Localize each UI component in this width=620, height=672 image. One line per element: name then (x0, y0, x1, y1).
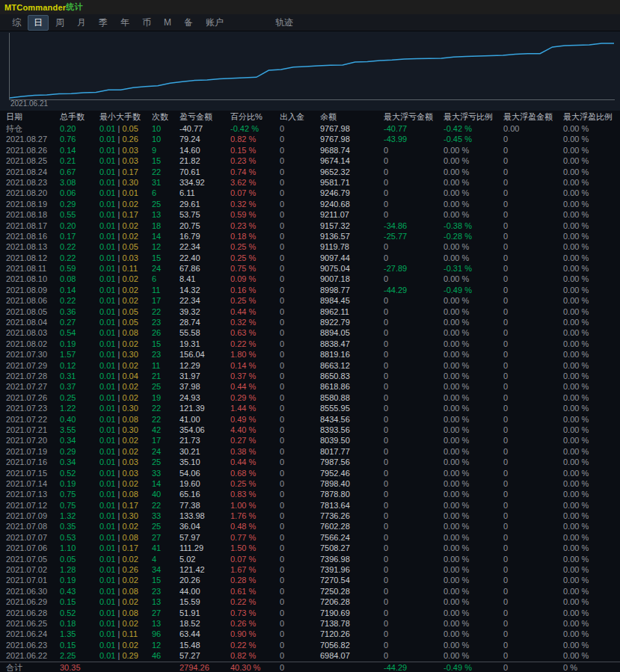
tab-币[interactable]: 币 (136, 15, 157, 31)
table-row[interactable]: 2021.07.231.220.01 | 0.3022121.391.44 %0… (0, 403, 620, 413)
cell-pnl-pct: 3.62 % (230, 177, 280, 188)
table-row[interactable]: 2021.08.233.080.01 | 0.3031334.923.62 %0… (0, 177, 620, 188)
cell-max-float-profit: 0 (503, 425, 563, 435)
cell-count: 23 (152, 586, 179, 597)
cell-max-float-loss: 0 (384, 199, 443, 209)
cell-max-float-profit-pct: 0.00 % (563, 554, 620, 564)
table-row[interactable]: 2021.06.280.520.01 | 0.082751.910.73 %07… (0, 608, 620, 618)
cell-date: 2021.07.12 (6, 500, 60, 511)
table-row[interactable]: 2021.08.090.140.01 | 0.021114.320.16 %08… (0, 285, 620, 295)
table-row[interactable]: 2021.08.200.060.01 | 0.0166.110.07 %0924… (0, 188, 620, 198)
cell-deposit-withdrawal: 0 (280, 500, 320, 511)
tab-账户[interactable]: 账户 (200, 15, 230, 31)
table-row[interactable]: 2021.07.061.100.01 | 0.1741111.291.50 %0… (0, 543, 620, 553)
equity-chart[interactable]: 2021.06.21 (0, 31, 620, 111)
cell-count: 96 (152, 629, 179, 639)
table-row[interactable]: 2021.08.250.210.01 | 0.031521.820.23 %09… (0, 155, 620, 166)
table-row[interactable]: 2021.08.020.190.01 | 0.021519.310.22 %08… (0, 339, 620, 349)
cell-total-lots: 0.22 (60, 253, 99, 263)
cell-total-lots: 0.19 (60, 575, 99, 585)
table-row[interactable]: 2021.07.260.250.01 | 0.021924.930.29 %08… (0, 392, 620, 403)
cell-balance: 9136.57 (320, 231, 384, 241)
cell-max-float-loss-pct: 0.00 % (443, 360, 503, 371)
table-row[interactable]: 2021.08.120.220.01 | 0.031522.400.25 %09… (0, 253, 620, 263)
tab-月[interactable]: 月 (71, 15, 92, 31)
table-row[interactable]: 2021.07.160.340.01 | 0.032535.100.44 %07… (0, 457, 620, 467)
equity-chart-canvas[interactable] (9, 33, 615, 100)
cell-count: 15 (152, 575, 179, 585)
cell-count: 25 (152, 199, 179, 209)
table-row[interactable]: 2021.06.241.350.01 | 0.119663.440.90 %07… (0, 629, 620, 639)
table-row[interactable]: 2021.07.290.120.01 | 0.021112.290.14 %08… (0, 360, 620, 371)
cell-pnl-amount: 31.97 (179, 371, 230, 381)
table-row[interactable]: 2021.06.300.430.01 | 0.082344.000.61 %07… (0, 586, 620, 597)
table-row[interactable]: 2021.08.240.670.01 | 0.172270.610.74 %09… (0, 167, 620, 177)
tab-季[interactable]: 季 (93, 15, 114, 31)
table-row[interactable]: 2021.07.080.350.01 | 0.022536.040.48 %07… (0, 521, 620, 531)
table-row[interactable]: 2021.07.150.520.01 | 0.033354.060.68 %07… (0, 468, 620, 478)
cell-total-lots: 0.27 (60, 317, 99, 327)
tab-trajectory[interactable]: 轨迹 (269, 15, 299, 31)
cell-max-float-profit-pct: 0.00 % (563, 155, 620, 166)
table-row[interactable]: 2021.07.070.530.01 | 0.082757.970.77 %07… (0, 532, 620, 543)
table-row[interactable]: 持仓0.200.01 | 0.0510-40.77-0.42 %09767.98… (0, 123, 620, 134)
table-row[interactable]: 2021.08.060.220.01 | 0.021722.340.25 %08… (0, 295, 620, 306)
table-row[interactable]: 2021.07.120.750.01 | 0.172277.381.00 %07… (0, 500, 620, 511)
cell-pnl-pct: 4.40 % (230, 425, 280, 435)
cell-count: 4 (152, 554, 179, 564)
table-row[interactable]: 2021.06.230.150.01 | 0.021215.480.22 %07… (0, 640, 620, 650)
table-row[interactable]: 2021.07.091.320.01 | 0.3033133.981.76 %0… (0, 511, 620, 521)
tab-年[interactable]: 年 (114, 15, 135, 31)
table-row[interactable]: 2021.07.050.050.01 | 0.0245.020.07 %0739… (0, 554, 620, 564)
cell-max-float-loss: 0 (384, 349, 443, 360)
table-row[interactable]: 2021.08.130.220.01 | 0.051222.340.25 %09… (0, 241, 620, 252)
table-row[interactable]: 2021.07.130.750.01 | 0.084065.160.83 %07… (0, 489, 620, 499)
table-row[interactable]: 2021.06.250.180.01 | 0.021318.520.26 %07… (0, 618, 620, 629)
cell-max-float-loss: 0 (384, 586, 443, 597)
table-row[interactable]: 2021.07.213.550.01 | 0.3042354.064.40 %0… (0, 425, 620, 435)
table-row[interactable]: 2021.08.180.550.01 | 0.171353.750.59 %09… (0, 209, 620, 220)
cell-max-float-loss-pct: 0.00 % (443, 618, 503, 629)
cell-pnl-pct: 0.14 % (230, 360, 280, 371)
cell-count: 15 (152, 155, 179, 166)
table-row[interactable]: 2021.08.260.140.01 | 0.03914.600.15 %096… (0, 145, 620, 155)
tab-备[interactable]: 备 (178, 15, 199, 31)
cell-max-float-profit-pct: 0.00 % (563, 285, 620, 295)
cell-min-max-lots: 0.01 | 0.05 (99, 317, 152, 327)
cell-total-lots: 1.35 (60, 629, 99, 639)
cell-date: 2021.08.06 (6, 295, 60, 306)
table-row[interactable]: 2021.07.270.370.01 | 0.022537.980.44 %08… (0, 381, 620, 392)
table-row[interactable]: 2021.08.190.290.01 | 0.022529.610.32 %09… (0, 199, 620, 209)
table-row[interactable]: 2021.07.190.290.01 | 0.022430.210.38 %08… (0, 446, 620, 457)
table-row[interactable]: 2021.07.280.310.01 | 0.042131.970.37 %08… (0, 371, 620, 381)
cell-total-lots: 0.21 (60, 155, 99, 166)
table-row[interactable]: 2021.08.040.270.01 | 0.052328.740.32 %08… (0, 317, 620, 327)
table-row[interactable]: 2021.07.010.190.01 | 0.021520.260.28 %07… (0, 575, 620, 585)
table-row[interactable]: 2021.07.021.280.01 | 0.2634121.421.67 %0… (0, 564, 620, 575)
table-row[interactable]: 2021.08.170.200.01 | 0.021820.750.23 %09… (0, 221, 620, 231)
tab-周[interactable]: 周 (49, 15, 70, 31)
table-row[interactable]: 2021.08.110.590.01 | 0.112467.860.75 %09… (0, 263, 620, 274)
cell-count: 40 (152, 489, 179, 499)
table-row[interactable]: 2021.07.200.340.01 | 0.021721.730.27 %08… (0, 435, 620, 446)
table-row[interactable]: 2021.07.301.570.01 | 0.3023156.041.80 %0… (0, 349, 620, 360)
total-row[interactable]: 合计30.352794.2640.30 %0-44.29-0.49 %00 % (0, 662, 620, 672)
cell-pnl-pct: 0.28 % (230, 575, 280, 585)
cell-total-lots: 2.25 (60, 650, 99, 661)
cell-pnl-pct: 0.15 % (230, 145, 280, 155)
cell-max-float-loss-pct: 0.00 % (443, 403, 503, 413)
cell-max-float-loss-pct: 0.00 % (443, 435, 503, 446)
table-row[interactable]: 2021.07.140.190.01 | 0.021419.600.25 %07… (0, 478, 620, 489)
table-row[interactable]: 2021.08.160.170.01 | 0.021416.790.18 %09… (0, 231, 620, 241)
table-row[interactable]: 2021.07.220.400.01 | 0.082241.000.49 %08… (0, 414, 620, 425)
table-row[interactable]: 2021.08.270.760.01 | 0.261079.240.82 %09… (0, 134, 620, 144)
table-row[interactable]: 2021.08.050.360.01 | 0.052239.320.44 %08… (0, 306, 620, 317)
tab-日[interactable]: 日 (28, 15, 49, 31)
table-row[interactable]: 2021.06.290.150.01 | 0.021315.590.22 %07… (0, 597, 620, 607)
cell-min-max-lots: 0.01 | 0.08 (99, 414, 152, 425)
table-row[interactable]: 2021.08.030.540.01 | 0.082655.580.63 %08… (0, 327, 620, 338)
table-row[interactable]: 2021.08.100.080.01 | 0.0268.410.09 %0900… (0, 274, 620, 284)
table-row[interactable]: 2021.06.222.250.01 | 0.294657.270.82 %06… (0, 650, 620, 661)
tab-综[interactable]: 综 (6, 15, 27, 31)
tab-M[interactable]: M (158, 16, 177, 29)
